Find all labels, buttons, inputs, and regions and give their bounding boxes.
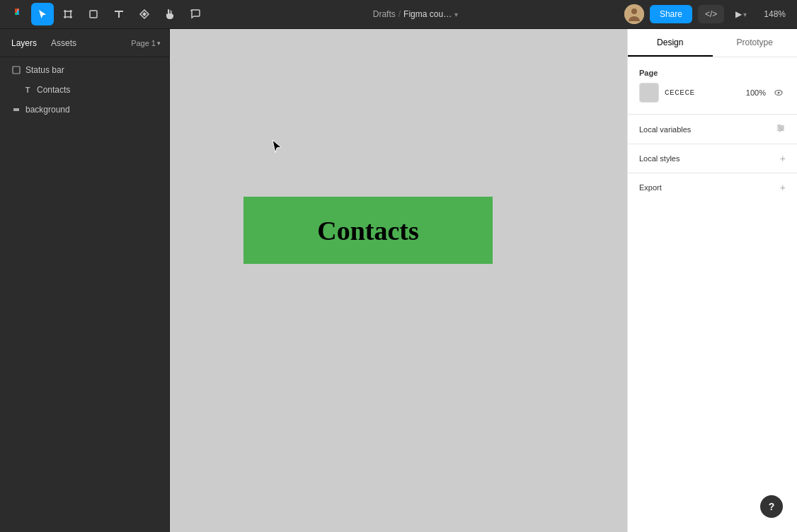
help-button[interactable]: ?: [760, 495, 783, 518]
tab-assets[interactable]: Assets: [45, 35, 82, 51]
text-tool-button[interactable]: [108, 3, 130, 25]
tab-design[interactable]: Design: [628, 29, 713, 57]
breadcrumb-separator: /: [398, 9, 401, 19]
right-panel: Design Prototype Page CECECE 100%: [627, 29, 797, 532]
share-button[interactable]: Share: [650, 5, 692, 23]
components-tool-button[interactable]: [133, 3, 156, 25]
svg-point-21: [781, 127, 784, 129]
export-add-button[interactable]: +: [780, 182, 786, 193]
zoom-button[interactable]: 148%: [758, 5, 791, 23]
figma-menu-button[interactable]: [6, 3, 28, 25]
tab-prototype[interactable]: Prototype: [713, 29, 798, 57]
svg-rect-13: [13, 66, 20, 74]
right-panel-content: Page CECECE 100% Local variables: [628, 57, 797, 532]
play-chevron-icon: ▾: [743, 11, 747, 18]
layer-name-contacts: Contacts: [37, 85, 164, 95]
comment-tool-button[interactable]: [184, 3, 207, 25]
local-variables-section[interactable]: Local variables: [628, 117, 797, 141]
layer-icon-background: [11, 105, 21, 115]
local-styles-label: Local styles: [639, 154, 780, 163]
contacts-frame[interactable]: Contacts: [243, 197, 493, 264]
canvas[interactable]: Contacts: [170, 29, 627, 532]
layer-name-status-bar: Status bar: [25, 65, 164, 75]
local-variables-label: Local variables: [639, 125, 776, 134]
toolbar: Drafts / Figma cou… ▾ Share </> ▶ ▾ 148%: [0, 0, 797, 29]
svg-rect-14: [13, 108, 19, 111]
page-color-swatch[interactable]: [639, 83, 659, 103]
main-layout: Layers Assets Page 1 ▾ Status bar T Cont…: [0, 0, 797, 532]
divider-3: [628, 173, 797, 173]
layer-item-background[interactable]: background: [0, 100, 169, 120]
svg-rect-10: [90, 11, 97, 18]
shape-tool-button[interactable]: [82, 3, 105, 25]
contacts-text: Contacts: [317, 215, 419, 246]
code-button[interactable]: </>: [698, 5, 724, 23]
page-label: Page: [639, 69, 786, 77]
left-panel: Layers Assets Page 1 ▾ Status bar T Cont…: [0, 29, 170, 532]
page-selector-chevron-icon: ▾: [157, 40, 161, 47]
export-section[interactable]: Export +: [628, 176, 797, 199]
page-color-value[interactable]: CECECE: [665, 88, 695, 97]
breadcrumb-chevron-icon: ▾: [454, 11, 458, 18]
local-styles-add-button[interactable]: +: [780, 153, 786, 164]
frame-tool-button[interactable]: [57, 3, 79, 25]
svg-point-16: [778, 92, 780, 94]
avatar: [624, 4, 644, 24]
export-label: Export: [639, 183, 780, 192]
page-opacity-value[interactable]: 100%: [746, 88, 766, 97]
svg-point-12: [631, 8, 637, 14]
svg-point-20: [779, 125, 781, 127]
layer-name-background: background: [25, 105, 164, 115]
local-styles-section[interactable]: Local styles +: [628, 147, 797, 170]
layer-item-contacts[interactable]: T Contacts: [0, 80, 169, 100]
svg-point-0: [17, 13, 19, 15]
breadcrumb-current: Figma cou…: [403, 9, 452, 19]
layer-icon-status-bar: [11, 65, 21, 75]
toolbar-center: Drafts / Figma cou… ▾: [210, 9, 621, 19]
toolbar-left: [6, 3, 207, 25]
layer-icon-contacts: T: [23, 85, 33, 95]
toolbar-right: Share </> ▶ ▾ 148%: [624, 4, 791, 24]
layer-item-status-bar[interactable]: Status bar: [0, 60, 169, 80]
local-variables-icon[interactable]: [776, 123, 786, 135]
svg-rect-1: [65, 11, 71, 17]
page-section: Page CECECE 100%: [628, 66, 797, 111]
panel-tabs: Layers Assets Page 1 ▾: [0, 29, 169, 57]
hand-tool-button[interactable]: [159, 3, 181, 25]
select-tool-button[interactable]: [31, 3, 54, 25]
breadcrumb[interactable]: Drafts / Figma cou… ▾: [373, 9, 458, 19]
breadcrumb-drafts: Drafts: [373, 9, 396, 19]
visibility-toggle-button[interactable]: [772, 86, 786, 100]
play-button[interactable]: ▶ ▾: [730, 5, 752, 23]
svg-point-22: [779, 129, 781, 132]
page-color-row: CECECE 100%: [639, 83, 786, 103]
right-panel-tabs: Design Prototype: [628, 29, 797, 57]
divider-1: [628, 114, 797, 115]
tab-layers[interactable]: Layers: [6, 35, 42, 51]
divider-2: [628, 144, 797, 144]
page-selector[interactable]: Page 1 ▾: [128, 37, 164, 49]
layers-list: Status bar T Contacts background: [0, 57, 169, 532]
